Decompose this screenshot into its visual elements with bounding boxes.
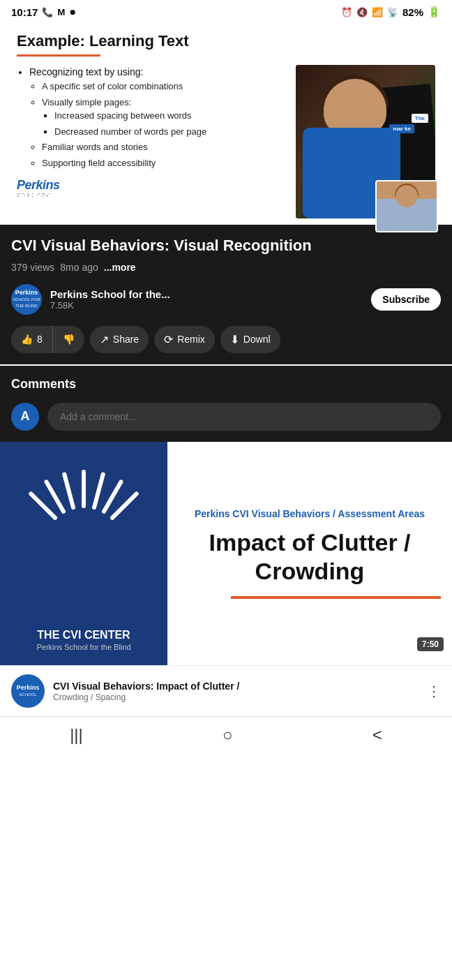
bottom-video-bar[interactable]: PerkinsSCHOOL CVI Visual Behaviors: Impa… [0, 665, 452, 716]
bottom-thumb: PerkinsSCHOOL [11, 674, 45, 708]
word-card-marker: mar ke [389, 124, 414, 133]
bullet-visually-text: Visually simple pages: [42, 97, 131, 107]
avatar-head [396, 185, 418, 207]
video-meta: 379 views 8mo ago ...more [11, 262, 441, 273]
perkins-braille: ⠏⠑⠗⠅⠊⠝⠎ [17, 193, 287, 199]
presenter-avatar [375, 180, 438, 232]
thumbs-up-icon: 👍 [21, 334, 33, 345]
mute-icon: 🔇 [356, 7, 368, 17]
wifi-icon: 📶 [372, 7, 383, 17]
status-left: 10:17 📞 M ⏺ [11, 6, 76, 18]
share-button[interactable]: ↗ Share [90, 326, 149, 353]
comments-section: Comments A [0, 366, 452, 442]
cvi-sun [28, 463, 140, 556]
share-icon: ↗ [100, 333, 109, 346]
rec-duration: 7:50 [417, 637, 444, 651]
bullet-supporting: Supporting field accessibility [42, 156, 287, 170]
perkins-logo: Perkins ⠏⠑⠗⠅⠊⠝⠎ [17, 178, 287, 199]
comments-title: Comments [11, 377, 441, 392]
slide-image-container: The mar ke [296, 65, 435, 218]
slide-underline [17, 54, 100, 57]
sub-bullet-list: A specific set of color combinations Vis… [29, 80, 287, 170]
bottom-thumb-logo: PerkinsSCHOOL [17, 685, 40, 697]
comment-input-row: A [11, 403, 441, 431]
download-icon: ⬇ [230, 333, 239, 346]
status-right: ⏰ 🔇 📶 📡 82% 🔋 [341, 6, 441, 18]
bullet-familiar: Familiar words and stories [42, 140, 287, 154]
video-info: CVI Visual Behaviors: Visual Recognition… [0, 225, 452, 364]
channel-name[interactable]: Perkins School for the... [50, 288, 363, 300]
channel-avatar[interactable]: PerkinsSCHOOL FORTHE BLIND [11, 284, 42, 315]
action-row: 👍 8 👎 ↗ Share ⟳ Remix ⬇ Downl [11, 326, 441, 353]
bullet-supporting-text: Supporting field accessibility [42, 158, 156, 168]
bottom-title: CVI Visual Behaviors: Impact of Clutter … [53, 680, 419, 692]
user-initial: A [21, 409, 30, 424]
subscribe-button[interactable]: Subscribe [371, 288, 441, 311]
rec-thumbnail: THE CVI CENTER Perkins School for the Bl… [0, 442, 167, 665]
bottom-info: CVI Visual Behaviors: Impact of Clutter … [53, 680, 419, 702]
perkins-circle: PerkinsSCHOOL FORTHE BLIND [11, 284, 42, 315]
rays-group [28, 470, 140, 521]
bullet-color-text: A specific set of color combinations [42, 81, 183, 91]
bullet-words: Decreased number of words per page [54, 125, 287, 139]
slide-title: Example: Learning Text [17, 32, 435, 50]
status-bar: 10:17 📞 M ⏺ ⏰ 🔇 📶 📡 82% 🔋 [0, 0, 452, 21]
battery-percentage: 82% [402, 6, 423, 18]
bullet-spacing-text: Increased spacing between words [54, 110, 192, 121]
bottom-subtitle: Crowding / Spacing [53, 692, 419, 702]
square-bullet-list: Increased spacing between words Decrease… [42, 109, 287, 138]
alarm-icon: ⏰ [341, 7, 352, 17]
comment-input[interactable] [47, 403, 441, 431]
system-nav-bar: ||| ○ < [0, 716, 452, 750]
rec-video-title: Impact of Clutter / Crowding [179, 528, 441, 586]
like-count: 8 [37, 334, 43, 345]
bullet-spacing: Increased spacing between words [54, 109, 287, 123]
download-label: Downl [243, 334, 271, 345]
avatar-person [377, 181, 437, 231]
remix-label: Remix [177, 334, 205, 345]
more-link[interactable]: ...more [104, 262, 136, 273]
nav-recent-icon[interactable]: ||| [70, 725, 83, 745]
rec-red-line [231, 596, 441, 599]
slide-text: Recognizing text by using: A specific se… [17, 65, 287, 218]
cvi-title: THE CVI CENTER [0, 629, 167, 641]
slide-area: Example: Learning Text Recognizing text … [0, 21, 452, 225]
user-avatar: A [11, 403, 39, 431]
remix-icon: ⟳ [164, 333, 173, 346]
time: 10:17 [11, 6, 38, 18]
svg-rect-2 [62, 472, 76, 510]
slide-layout: Recognizing text by using: A specific se… [17, 65, 435, 218]
video-title: CVI Visual Behaviors: Visual Recognition [11, 236, 441, 256]
nav-home-icon[interactable]: ○ [223, 725, 233, 745]
rec-info: Perkins CVI Visual Behaviors / Assessmen… [167, 442, 452, 665]
bottom-menu-icon[interactable]: ⋮ [427, 683, 441, 699]
download-button[interactable]: ⬇ Downl [220, 326, 280, 353]
thumbs-down-icon: 👎 [63, 334, 75, 345]
perkins-logo-text: Perkins [17, 178, 287, 193]
like-button[interactable]: 👍 8 [11, 326, 53, 353]
recommended-section: THE CVI CENTER Perkins School for the Bl… [0, 442, 452, 665]
rec-card[interactable]: THE CVI CENTER Perkins School for the Bl… [0, 442, 452, 665]
view-count: 379 views [11, 262, 54, 273]
sun-rays-svg [28, 463, 140, 554]
bullet-words-text: Decreased number of words per page [54, 126, 206, 137]
video-age: 8mo ago [60, 262, 98, 273]
bullet-recognizing-text: Recognizing text by using: [29, 66, 143, 77]
svg-rect-4 [91, 472, 105, 510]
cvi-center-text: THE CVI CENTER Perkins School for the Bl… [0, 629, 167, 651]
record-icon: ⏺ [69, 8, 76, 16]
dislike-button[interactable]: 👎 [53, 326, 84, 353]
like-dislike-group: 👍 8 👎 [11, 326, 84, 353]
share-label: Share [113, 334, 139, 345]
child-head [324, 79, 386, 135]
bullet-visually: Visually simple pages: Increased spacing… [42, 96, 287, 139]
nav-back-icon[interactable]: < [372, 725, 382, 745]
rec-category: Perkins CVI Visual Behaviors / Assessmen… [179, 507, 441, 520]
bullet-color: A specific set of color combinations [42, 80, 287, 94]
main-bullet-list: Recognizing text by using: A specific se… [17, 65, 287, 170]
word-card-the: The [412, 114, 428, 123]
battery-icon: 🔋 [428, 6, 441, 18]
signal-icon: 📡 [387, 7, 398, 17]
channel-subs: 7.58K [50, 300, 363, 311]
remix-button[interactable]: ⟳ Remix [154, 326, 215, 353]
